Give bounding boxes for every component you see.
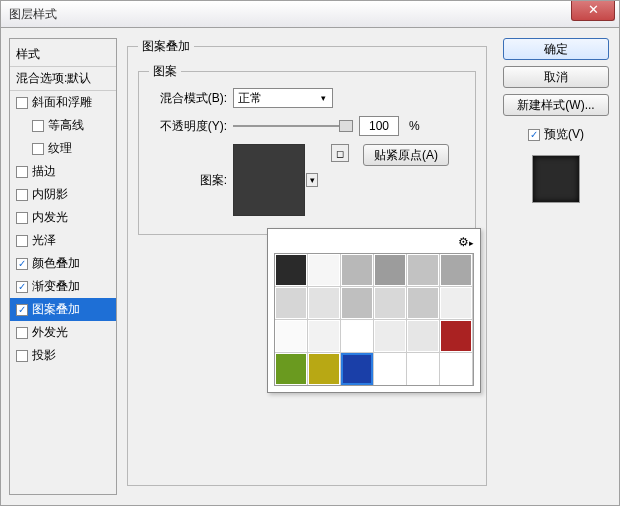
style-item-0[interactable]: 斜面和浮雕 xyxy=(10,91,116,114)
ok-button[interactable]: 确定 xyxy=(503,38,609,60)
style-checkbox[interactable] xyxy=(16,189,28,201)
pattern-thumbnail[interactable]: ▾ xyxy=(233,144,305,216)
style-preview xyxy=(532,155,580,203)
swatch[interactable] xyxy=(407,254,439,286)
style-item-7[interactable]: 颜色叠加 xyxy=(10,252,116,275)
chevron-down-icon: ▾ xyxy=(316,91,330,105)
swatch[interactable] xyxy=(275,320,307,352)
style-item-1[interactable]: 等高线 xyxy=(10,114,116,137)
style-item-11[interactable]: 投影 xyxy=(10,344,116,367)
snap-origin-button[interactable]: 贴紧原点(A) xyxy=(363,144,449,166)
opacity-slider[interactable] xyxy=(233,118,353,134)
style-checkbox[interactable] xyxy=(16,212,28,224)
style-label: 等高线 xyxy=(48,117,84,134)
swatch[interactable] xyxy=(341,254,373,286)
style-label: 图案叠加 xyxy=(32,301,80,318)
swatch[interactable] xyxy=(440,254,472,286)
swatch[interactable] xyxy=(374,320,406,352)
inner-legend: 图案 xyxy=(149,63,181,80)
style-label: 斜面和浮雕 xyxy=(32,94,92,111)
style-checkbox[interactable] xyxy=(16,350,28,362)
center-panel: 图案叠加 图案 混合模式(B): 正常 ▾ 不透明度(Y): xyxy=(117,38,497,495)
outer-legend: 图案叠加 xyxy=(138,38,194,55)
pattern-row: 图案: ▾ ◻ 贴紧原点(A) xyxy=(149,144,465,216)
style-item-10[interactable]: 外发光 xyxy=(10,321,116,344)
styles-list: 样式 混合选项:默认 斜面和浮雕等高线纹理描边内阴影内发光光泽颜色叠加渐变叠加图… xyxy=(9,38,117,495)
swatch[interactable] xyxy=(440,287,472,319)
style-label: 描边 xyxy=(32,163,56,180)
style-label: 光泽 xyxy=(32,232,56,249)
preview-label: 预览(V) xyxy=(544,126,584,143)
opacity-input[interactable] xyxy=(359,116,399,136)
swatch[interactable] xyxy=(440,320,472,352)
opacity-label: 不透明度(Y): xyxy=(149,118,227,135)
style-checkbox[interactable] xyxy=(32,143,44,155)
titlebar: 图层样式 ✕ xyxy=(0,0,620,28)
swatch[interactable] xyxy=(341,320,373,352)
style-item-4[interactable]: 内阴影 xyxy=(10,183,116,206)
style-checkbox[interactable] xyxy=(16,327,28,339)
gear-icon[interactable]: ⚙▸ xyxy=(458,235,474,249)
blend-options-header[interactable]: 混合选项:默认 xyxy=(10,67,116,91)
style-label: 内阴影 xyxy=(32,186,68,203)
swatch[interactable] xyxy=(275,254,307,286)
preview-toggle[interactable]: 预览(V) xyxy=(503,126,609,143)
dialog-body: 样式 混合选项:默认 斜面和浮雕等高线纹理描边内阴影内发光光泽颜色叠加渐变叠加图… xyxy=(0,28,620,506)
preview-checkbox[interactable] xyxy=(528,129,540,141)
style-item-6[interactable]: 光泽 xyxy=(10,229,116,252)
blend-mode-row: 混合模式(B): 正常 ▾ xyxy=(149,88,465,108)
style-item-9[interactable]: 图案叠加 xyxy=(10,298,116,321)
style-checkbox[interactable] xyxy=(16,258,28,270)
swatch[interactable] xyxy=(407,287,439,319)
style-checkbox[interactable] xyxy=(16,304,28,316)
swatch[interactable] xyxy=(407,320,439,352)
swatch[interactable] xyxy=(440,353,472,385)
style-checkbox[interactable] xyxy=(32,120,44,132)
new-style-button[interactable]: 新建样式(W)... xyxy=(503,94,609,116)
blend-mode-select[interactable]: 正常 ▾ xyxy=(233,88,333,108)
blend-mode-value: 正常 xyxy=(238,90,262,107)
swatch[interactable] xyxy=(275,287,307,319)
style-item-5[interactable]: 内发光 xyxy=(10,206,116,229)
style-label: 内发光 xyxy=(32,209,68,226)
swatch[interactable] xyxy=(308,353,340,385)
pattern-label: 图案: xyxy=(149,172,227,189)
style-label: 纹理 xyxy=(48,140,72,157)
style-item-3[interactable]: 描边 xyxy=(10,160,116,183)
window-title: 图层样式 xyxy=(9,6,57,23)
swatch[interactable] xyxy=(374,353,406,385)
slider-thumb[interactable] xyxy=(339,120,353,132)
close-button[interactable]: ✕ xyxy=(571,1,615,21)
blend-mode-label: 混合模式(B): xyxy=(149,90,227,107)
style-label: 渐变叠加 xyxy=(32,278,80,295)
pattern-group: 图案 混合模式(B): 正常 ▾ 不透明度(Y): % xyxy=(138,63,476,235)
swatch[interactable] xyxy=(275,353,307,385)
style-checkbox[interactable] xyxy=(16,166,28,178)
swatch[interactable] xyxy=(374,254,406,286)
styles-header[interactable]: 样式 xyxy=(10,43,116,67)
swatch[interactable] xyxy=(308,320,340,352)
percent-label: % xyxy=(409,119,420,133)
opacity-row: 不透明度(Y): % xyxy=(149,116,465,136)
swatch-grid xyxy=(274,253,474,386)
style-item-8[interactable]: 渐变叠加 xyxy=(10,275,116,298)
pattern-dropdown-button[interactable]: ▾ xyxy=(306,173,318,187)
style-label: 颜色叠加 xyxy=(32,255,80,272)
swatch[interactable] xyxy=(308,287,340,319)
style-label: 投影 xyxy=(32,347,56,364)
right-panel: 确定 取消 新建样式(W)... 预览(V) xyxy=(497,38,609,495)
cancel-button[interactable]: 取消 xyxy=(503,66,609,88)
style-label: 外发光 xyxy=(32,324,68,341)
new-preset-icon[interactable]: ◻ xyxy=(331,144,349,162)
swatch[interactable] xyxy=(341,287,373,319)
swatch[interactable] xyxy=(374,287,406,319)
swatch[interactable] xyxy=(407,353,439,385)
pattern-picker-popup: ⚙▸ xyxy=(267,228,481,393)
swatch[interactable] xyxy=(308,254,340,286)
style-checkbox[interactable] xyxy=(16,97,28,109)
style-checkbox[interactable] xyxy=(16,235,28,247)
style-item-2[interactable]: 纹理 xyxy=(10,137,116,160)
style-checkbox[interactable] xyxy=(16,281,28,293)
swatch[interactable] xyxy=(341,353,373,385)
